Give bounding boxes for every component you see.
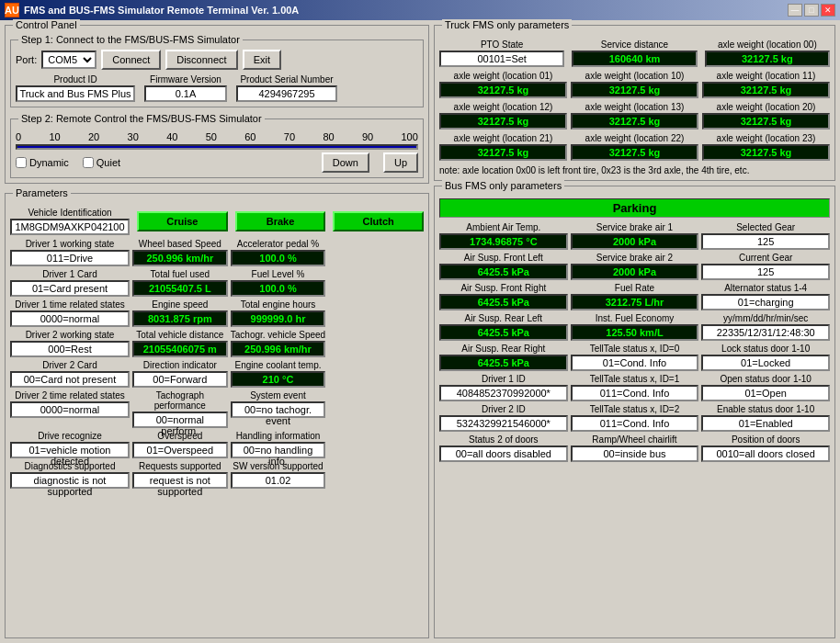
quiet-checkbox[interactable]: Quiet [83,157,120,168]
axle21-label: axle weight (location 21) [454,133,553,143]
window-title: FMS and BUS-FMS Simulator Remote Termina… [24,5,299,16]
axle11-value: 32127.5 kg [702,82,830,98]
tacho-perform-label: Tachograph performance [132,390,228,411]
status2-doors-label: Status 2 of doors [469,434,539,445]
service-dist-value: 160640 km [572,51,697,67]
dynamic-checkbox[interactable]: Dynamic [16,157,69,168]
d1-card-value: 01=Card present [10,280,130,297]
air-susp-fr-value: 6425.5 kPa [439,294,568,310]
total-engine-value: 999999.0 hr [231,310,326,327]
air-susp-rl-value: 6425.5 kPa [439,324,568,341]
d1-working-label: Driver 1 working state [26,239,115,249]
telltale0-label: TellTale status x, ID=0 [590,344,680,354]
ramp-label: Ramp/Wheel chairlift [592,434,676,445]
lock-status-label: Lock status door 1-10 [721,344,810,354]
d1-time-value: 0000=normal [10,310,130,327]
minimize-button[interactable]: — [788,4,802,17]
wheel-speed-value: 250.996 km/hr [132,250,228,266]
system-event-value: 00=no tachogr. event [231,401,326,418]
firmware-value: 0.1A [144,85,227,102]
step2-box: Step 2: Remote Control the FMS/BUS-FMS S… [10,118,424,178]
axle22-value: 32127.5 kg [571,144,698,161]
up-button[interactable]: Up [383,152,418,173]
service-brake2-value: 2000 kPa [571,264,699,280]
telltale0-value: 01=Cond. Info [571,355,699,371]
service-brake1-label: Service brake air 1 [596,222,673,232]
slider-track[interactable] [16,144,418,150]
accel-label: Accelerator pedal % [237,239,320,249]
axle10-value: 32127.5 kg [571,82,698,98]
vehicle-id-label: Vehicle Identification [28,208,111,218]
direction-value: 00=Forward [132,371,228,388]
fuel-rate-label: Fuel Rate [615,283,654,293]
truck-params: Truck FMS only parameters PTO State 0010… [434,25,835,181]
down-button[interactable]: Down [322,152,369,173]
status2-doors-value: 00=all doors disabled [439,446,568,462]
title-bar: AU FMS and BUS-FMS Simulator Remote Term… [0,0,840,20]
air-susp-fl-value: 6425.5 kPa [439,264,568,280]
handling-label: Handling information [236,431,321,441]
product-id-label: Product ID [53,74,96,85]
port-select[interactable]: COM5 [41,51,96,69]
accel-value: 100.0 % [231,250,326,266]
engine-cool-value: 210 °C [231,371,326,388]
brake-button[interactable]: Brake [235,211,326,231]
engine-speed-value: 8031.875 rpm [132,310,228,327]
axle12-label: axle weight (location 12) [454,102,553,112]
tacho-perform-value: 00=normal perform. [132,412,228,428]
fuel-level-label: Fuel Level % [252,269,305,279]
service-brake2-label: Service brake air 2 [596,253,673,263]
quiet-label: Quiet [96,157,120,168]
engine-speed-label: Engine speed [152,299,208,310]
open-status-value: 01=Open [701,385,830,401]
d1-working-value: 011=Drive [10,250,130,266]
driver2-id-label: Driver 2 ID [482,404,526,414]
axle10-label: axle weight (location 10) [585,71,685,81]
selected-gear-label: Selected Gear [736,222,795,232]
clutch-button[interactable]: Clutch [333,211,424,231]
date-time-label: yy/mm/dd/hr/min/sec [723,313,808,323]
telltale2-label: TellTale status x, ID=2 [590,404,680,414]
pto-value: 00101=Set [439,51,564,67]
handling-value: 00=no handling info. [231,442,326,458]
pos-doors-value: 0010=all doors closed [701,446,830,462]
control-panel-title: Control Panel [13,19,80,30]
telltale1-value: 011=Cond. Info [571,385,699,401]
control-panel: Control Panel Step 1: Connect to the FMS… [5,25,429,184]
connect-button[interactable]: Connect [101,50,161,70]
bus-params-title: Bus FMS only parameters [442,180,564,191]
service-dist-label: Service distance [601,39,668,50]
axle13-value: 32127.5 kg [571,113,698,130]
direction-label: Direction indicator [143,360,217,370]
current-gear-label: Current Gear [739,253,792,263]
parameters-title: Parameters [13,187,71,198]
selected-gear-value: 125 [701,233,830,250]
axle23-value: 32127.5 kg [702,144,830,161]
fuel-level-value: 100.0 % [231,280,326,297]
enable-status-label: Enable status door 1-10 [717,404,814,414]
drive-recogn-label: Drive recognize [38,431,101,441]
cruise-button[interactable]: Cruise [137,211,228,231]
maximize-button[interactable]: □ [804,4,819,17]
firmware-label: Firmware Version [150,74,221,85]
enable-status-value: 01=Enabled [701,415,830,432]
overspeed-value: 01=Overspeed [132,442,228,458]
d2-working-value: 000=Rest [10,341,130,357]
air-susp-fr-label: Air Susp. Front Right [460,283,546,293]
axle23-label: axle weight (location 23) [717,133,816,143]
total-fuel-value: 21055407.5 L [132,280,228,297]
close-button[interactable]: ✕ [821,4,835,17]
system-event-label: System event [250,390,306,400]
driver1-id-value: 4084852370992000* [439,385,568,401]
req-support-label: Requests supported [139,461,221,471]
d2-card-label: Driver 2 Card [42,360,96,370]
axle11-label: axle weight (location 11) [717,71,816,81]
product-id-value: Truck and Bus FMS Plus [16,85,135,102]
note-text: note: axle location 0x00 is left front t… [439,165,830,175]
ramp-value: 00=inside bus [571,446,699,462]
disconnect-button[interactable]: Disconnect [165,50,237,70]
drive-recogn-value: 01=vehicle motion detected [10,442,130,458]
air-susp-rl-label: Air Susp. Rear Left [465,313,542,323]
exit-button[interactable]: Exit [243,50,281,70]
total-fuel-label: Total fuel used [151,269,210,279]
